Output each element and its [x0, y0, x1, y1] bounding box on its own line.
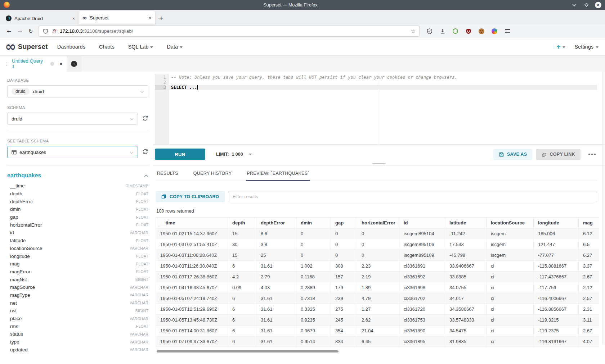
schema-column-row[interactable]: magFLOAT: [7, 260, 148, 268]
schema-column-row[interactable]: magSourceVARCHAR: [7, 283, 148, 291]
schema-column-row[interactable]: updatedVARCHAR: [7, 346, 148, 354]
column-header-mag[interactable]: mag: [579, 218, 600, 228]
back-button[interactable]: ←: [4, 26, 14, 37]
table-cell: 4.79: [357, 293, 399, 304]
sqllab-sidebar: DATABASE druid druid SCHEMA druid SEE TA…: [0, 72, 153, 364]
table-cell: 1950-01-05T13:45:48.730Z: [156, 315, 228, 326]
schema-column-row[interactable]: depthFLOAT: [7, 190, 148, 198]
new-tab-button[interactable]: +: [159, 14, 163, 22]
schema-column-row[interactable]: idVARCHAR: [7, 229, 148, 237]
ublock-shield-icon[interactable]: [465, 28, 471, 34]
schema-column-row[interactable]: nstBIGINT: [7, 307, 148, 315]
schema-column-row[interactable]: depthErrorFLOAT: [7, 197, 148, 205]
schema-column-row[interactable]: magNstBIGINT: [7, 276, 148, 283]
refresh-schemas-icon[interactable]: [142, 115, 148, 123]
column-header-deptherror[interactable]: depthError: [256, 218, 296, 228]
column-header-longitude[interactable]: longitude: [534, 218, 579, 228]
url-bar[interactable]: 172.18.0.3:32108/superset/sqllab/ ☆: [39, 26, 419, 36]
schema-column-row[interactable]: rmsFLOAT: [7, 322, 148, 330]
url-path: :32108/superset/sqllab/: [83, 28, 133, 34]
add-query-tab-button[interactable]: +: [67, 56, 81, 72]
column-header-id[interactable]: id: [399, 218, 445, 228]
add-new-button[interactable]: +: [556, 43, 565, 51]
chevron-up-icon[interactable]: [144, 172, 148, 179]
copy-to-clipboard-button[interactable]: COPY TO CLIPBOARD: [156, 191, 225, 202]
nav-item-data[interactable]: Data: [167, 44, 183, 50]
tab-query-history[interactable]: QUERY HISTORY: [193, 170, 232, 181]
schema-column-row[interactable]: locationSourceVARCHAR: [7, 245, 148, 252]
extension-green-icon[interactable]: [452, 28, 458, 34]
schema-column-row[interactable]: magErrorFLOAT: [7, 268, 148, 276]
column-header-latitude[interactable]: latitude: [445, 218, 487, 228]
schema-column-row[interactable]: horizontalErrorFLOAT: [7, 221, 148, 229]
browser-tab-superset[interactable]: ∞ Superset ×: [79, 11, 155, 24]
download-icon[interactable]: [439, 28, 445, 34]
schema-column-row[interactable]: gapFLOAT: [7, 213, 148, 221]
window-minimize-chevron-icon[interactable]: [571, 2, 578, 8]
schema-column-row[interactable]: netVARCHAR: [7, 299, 148, 307]
pinwheel-extension-icon[interactable]: [491, 28, 497, 34]
copy-to-clipboard-label: COPY TO CLIPBOARD: [170, 194, 219, 199]
column-header-horizontalerror[interactable]: horizontalError: [357, 218, 399, 228]
query-tab-untitled-query-1[interactable]: ⋮ Untitled Query 1 ×: [0, 56, 67, 72]
schema-column-row[interactable]: placeVARCHAR: [7, 315, 148, 323]
horizontal-scrollbar[interactable]: [157, 350, 339, 352]
chevron-down-icon: [596, 46, 599, 48]
superset-logo[interactable]: ∞: [5, 41, 16, 52]
browser-tab-apache-druid[interactable]: Apache Druid ×: [2, 12, 79, 24]
schema-column-row[interactable]: magTypeVARCHAR: [7, 291, 148, 299]
insecure-lock-icon[interactable]: [51, 28, 57, 34]
nav-item-dashboards[interactable]: Dashboards: [57, 44, 85, 50]
column-header-gap[interactable]: gap: [331, 218, 357, 228]
table-cell: 1.89: [357, 282, 399, 293]
schema-column-row[interactable]: latitudeFLOAT: [7, 237, 148, 245]
more-options-icon[interactable]: [587, 154, 597, 155]
table-cell: iscgem: [487, 228, 534, 239]
nav-item-sql-lab[interactable]: SQL Lab: [128, 44, 153, 50]
window-maximize-icon[interactable]: [583, 2, 590, 8]
text-cursor: [197, 85, 198, 90]
bookmark-star-icon[interactable]: ☆: [411, 28, 416, 35]
query-tab-close-icon[interactable]: ×: [59, 61, 62, 67]
refresh-tables-icon[interactable]: [142, 149, 148, 156]
schema-column-row[interactable]: statusVARCHAR: [7, 330, 148, 338]
tab-close-icon[interactable]: ×: [72, 16, 75, 21]
schema-column-row[interactable]: dminFLOAT: [7, 205, 148, 213]
column-header-time[interactable]: __time: [156, 218, 228, 228]
schema-column-row[interactable]: typeVARCHAR: [7, 338, 148, 346]
column-header-locationsource[interactable]: locationSource: [487, 218, 534, 228]
database-select[interactable]: druid druid: [7, 85, 148, 97]
window-close-button[interactable]: ×: [595, 2, 601, 8]
forward-button[interactable]: →: [14, 26, 25, 37]
tracking-shield-icon[interactable]: [42, 28, 49, 34]
table-select[interactable]: earthquakes: [7, 146, 138, 158]
menu-icon[interactable]: [504, 28, 510, 34]
settings-menu[interactable]: Settings: [575, 44, 599, 50]
reload-button[interactable]: ↻: [25, 26, 36, 37]
limit-dropdown[interactable]: LIMIT: 1 000: [216, 152, 252, 157]
copy-link-button[interactable]: COPY LINK: [536, 149, 581, 160]
filter-results-input[interactable]: [228, 191, 597, 202]
drag-handle-icon[interactable]: ⋮: [4, 61, 9, 67]
window-title: Superset — Mozilla Firefox: [10, 3, 571, 8]
tab-results[interactable]: RESULTS: [156, 170, 179, 181]
superset-brand[interactable]: Superset: [18, 43, 48, 51]
table-cell: 6: [228, 336, 256, 347]
tab-close-icon[interactable]: ×: [148, 15, 151, 21]
tab-preview-earthquakes[interactable]: PREVIEW: `EARTHQUAKES`: [246, 170, 310, 181]
shield-check-icon[interactable]: [426, 28, 433, 34]
column-header-depth[interactable]: depth: [228, 218, 256, 228]
column-header-dmin[interactable]: dmin: [296, 218, 331, 228]
run-button[interactable]: RUN: [155, 149, 205, 160]
schema-select[interactable]: druid: [7, 113, 138, 125]
nav-item-charts[interactable]: Charts: [99, 44, 115, 50]
table-section-title[interactable]: earthquakes: [7, 172, 41, 179]
sql-editor[interactable]: 1 2 3 -- Note: Unless you save your quer…: [155, 74, 597, 144]
table-cell: ci: [487, 293, 534, 304]
table-cell: 6: [228, 261, 256, 272]
schema-column-row[interactable]: __timeTIMESTAMP: [7, 182, 148, 190]
cookie-icon[interactable]: [478, 28, 484, 34]
column-type: VARCHAR: [130, 347, 148, 352]
schema-column-row[interactable]: longitudeFLOAT: [7, 252, 148, 260]
save-as-button[interactable]: SAVE AS: [493, 149, 533, 160]
